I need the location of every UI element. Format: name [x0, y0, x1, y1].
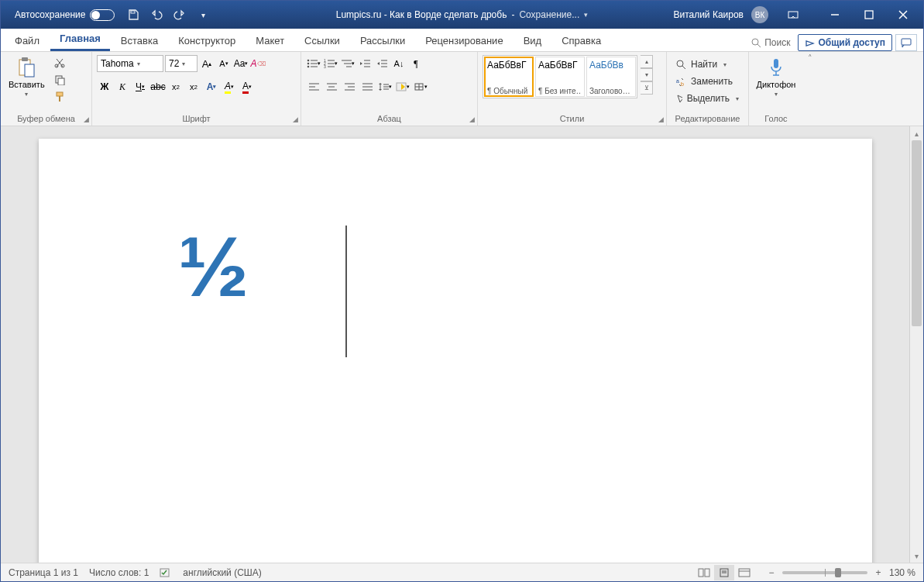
- font-color-icon[interactable]: A▾: [239, 78, 255, 95]
- align-center-icon[interactable]: [324, 78, 339, 95]
- font-dialog-launcher[interactable]: ◢: [293, 115, 298, 123]
- bold-button[interactable]: Ж: [97, 78, 112, 95]
- format-painter-icon[interactable]: [51, 89, 68, 105]
- tab-view[interactable]: Вид: [514, 30, 551, 51]
- page-status[interactable]: Страница 1 из 1: [9, 567, 78, 578]
- copy-icon[interactable]: [51, 72, 68, 88]
- page[interactable]: ½: [39, 139, 872, 563]
- dictate-button[interactable]: Диктофон ▾: [754, 55, 799, 99]
- web-layout-icon[interactable]: [734, 565, 754, 580]
- shading-icon[interactable]: ▾: [395, 78, 410, 95]
- avatar[interactable]: ВК: [751, 6, 768, 23]
- find-button[interactable]: Найти▾: [673, 57, 742, 72]
- show-marks-icon[interactable]: ¶: [408, 55, 424, 72]
- search-input[interactable]: Поиск: [747, 34, 795, 51]
- justify-icon[interactable]: [359, 78, 375, 95]
- collapse-ribbon-icon[interactable]: ˄: [803, 52, 817, 126]
- italic-button[interactable]: К: [115, 78, 130, 95]
- svg-rect-15: [59, 96, 60, 102]
- scroll-thumb[interactable]: [912, 140, 922, 326]
- document-title: Lumpics.ru - Как в Ворде сделать дробь: [336, 9, 507, 20]
- line-spacing-icon[interactable]: ▾: [377, 78, 393, 95]
- search-label: Поиск: [764, 37, 790, 48]
- increase-indent-icon[interactable]: [374, 55, 390, 72]
- replace-button[interactable]: abЗаменить: [673, 74, 742, 89]
- svg-point-16: [307, 60, 310, 62]
- styles-down-icon[interactable]: ▾: [641, 68, 653, 81]
- tab-home[interactable]: Главная: [50, 28, 110, 51]
- close-icon[interactable]: [886, 1, 920, 29]
- styles-gallery[interactable]: АаБбВвГ¶ Обычный АаБбВвГ¶ Без инте… АаБб…: [483, 55, 637, 98]
- numbering-icon[interactable]: 123▾: [323, 55, 338, 72]
- style-heading1[interactable]: АаБбВвЗаголово…: [586, 57, 636, 97]
- tab-layout[interactable]: Макет: [246, 30, 294, 51]
- multilevel-list-icon[interactable]: ▾: [340, 55, 356, 72]
- user-name[interactable]: Виталий Каиров: [673, 9, 744, 20]
- select-button[interactable]: Выделить▾: [673, 91, 742, 106]
- styles-dialog-launcher[interactable]: ◢: [658, 115, 664, 123]
- style-normal[interactable]: АаБбВвГ¶ Обычный: [484, 57, 534, 97]
- style-no-spacing[interactable]: АаБбВвГ¶ Без инте…: [535, 57, 585, 97]
- bullets-icon[interactable]: ▾: [306, 55, 321, 72]
- maximize-icon[interactable]: [852, 1, 886, 29]
- zoom-in-icon[interactable]: +: [872, 567, 884, 578]
- zoom-out-icon[interactable]: −: [765, 567, 778, 578]
- ribbon-options-icon[interactable]: [776, 1, 810, 29]
- grow-font-icon[interactable]: A▴: [199, 55, 215, 72]
- decrease-indent-icon[interactable]: [357, 55, 373, 72]
- qat-customize-icon[interactable]: ▾: [195, 7, 211, 22]
- print-layout-icon[interactable]: [714, 565, 734, 580]
- share-button[interactable]: Общий доступ: [798, 34, 892, 51]
- align-right-icon[interactable]: [342, 78, 357, 95]
- tab-references[interactable]: Ссылки: [295, 30, 349, 51]
- paste-button[interactable]: Вставить ▾: [5, 55, 48, 99]
- tab-mailings[interactable]: Рассылки: [351, 30, 414, 51]
- borders-icon[interactable]: ▾: [413, 78, 428, 95]
- sort-icon[interactable]: A↓: [391, 55, 407, 72]
- align-left-icon[interactable]: [306, 78, 321, 95]
- styles-more-icon[interactable]: ⊻: [641, 81, 653, 95]
- read-mode-icon[interactable]: [694, 565, 714, 580]
- tab-file[interactable]: Файл: [5, 30, 49, 51]
- zoom-value[interactable]: 130 %: [889, 567, 915, 578]
- group-paragraph: ▾ 123▾ ▾ A↓ ¶ ▾ ▾ ▾ Абза: [301, 52, 478, 126]
- shrink-font-icon[interactable]: A▾: [216, 55, 232, 72]
- superscript-button[interactable]: x2: [186, 78, 201, 95]
- undo-icon[interactable]: [149, 7, 164, 22]
- tab-review[interactable]: Рецензирование: [416, 30, 512, 51]
- document-scroll[interactable]: ½: [1, 126, 909, 563]
- clear-formatting-icon[interactable]: A⌫: [250, 55, 266, 72]
- styles-group-label: Стили: [483, 114, 661, 124]
- tab-insert[interactable]: Вставка: [112, 30, 167, 51]
- highlight-color-icon[interactable]: A▾: [222, 78, 237, 95]
- clipboard-dialog-launcher[interactable]: ◢: [84, 115, 89, 123]
- language-status[interactable]: английский (США): [183, 567, 261, 578]
- cut-icon[interactable]: [51, 55, 68, 71]
- vertical-scrollbar[interactable]: ▴ ▾: [909, 126, 923, 563]
- styles-up-icon[interactable]: ▴: [641, 55, 653, 68]
- spell-check-icon[interactable]: [160, 567, 172, 578]
- document-text[interactable]: ½: [178, 219, 249, 314]
- tab-help[interactable]: Справка: [552, 30, 610, 51]
- change-case-icon[interactable]: Aa▾: [233, 55, 249, 72]
- tab-design[interactable]: Конструктор: [169, 30, 245, 51]
- text-effects-icon[interactable]: A▾: [204, 78, 219, 95]
- zoom-slider[interactable]: [782, 571, 867, 574]
- save-icon[interactable]: [125, 7, 141, 22]
- scroll-down-icon[interactable]: ▾: [910, 549, 923, 563]
- paragraph-dialog-launcher[interactable]: ◢: [469, 115, 475, 123]
- font-name-combo[interactable]: Tahoma▾: [97, 55, 163, 72]
- subscript-button[interactable]: x2: [168, 78, 184, 95]
- strikethrough-button[interactable]: abc: [150, 78, 166, 95]
- comments-button[interactable]: [895, 34, 917, 51]
- toggle-switch[interactable]: [90, 9, 115, 21]
- scroll-up-icon[interactable]: ▴: [910, 126, 923, 140]
- svg-rect-1: [788, 12, 798, 18]
- underline-button[interactable]: Ч▾: [132, 78, 148, 95]
- font-size-combo[interactable]: 72▾: [165, 55, 198, 72]
- word-count[interactable]: Число слов: 1: [89, 567, 149, 578]
- save-status: Сохранение...: [519, 9, 579, 20]
- minimize-icon[interactable]: [818, 1, 852, 29]
- redo-icon[interactable]: [172, 7, 187, 22]
- autosave-toggle[interactable]: Автосохранение: [1, 9, 121, 21]
